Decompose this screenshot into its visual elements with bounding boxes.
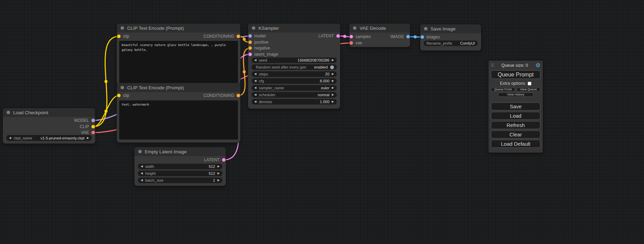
node-clip-text-encode-negative[interactable]: CLIP Text Encode (Prompt) clip CONDITION… [117, 83, 240, 143]
load-default-button[interactable]: Load Default [491, 140, 540, 148]
arrow-left-icon[interactable]: ◀ [254, 59, 256, 62]
arrow-right-icon[interactable]: ▶ [332, 73, 334, 75]
load-button[interactable]: Load [491, 112, 540, 120]
input-port-latent-image[interactable]: latent_image [248, 52, 278, 57]
latent-port-dot[interactable] [350, 35, 353, 38]
node-title-bar[interactable]: VAE Decode [349, 24, 410, 33]
input-port-positive[interactable]: positive [248, 40, 268, 45]
arrow-left-icon[interactable]: ◀ [254, 80, 256, 82]
node-title-bar[interactable]: KSampler [248, 24, 340, 33]
node-title-bar[interactable]: Load Checkpoint [3, 108, 95, 117]
output-port-conditioning[interactable]: CONDITIONING [203, 93, 240, 98]
sampler-name-widget[interactable]: ◀ sampler_name euler ▶ [252, 85, 337, 91]
arrow-right-icon[interactable]: ▶ [332, 80, 334, 82]
input-port-vae[interactable]: vae [350, 40, 362, 45]
arrow-left-icon[interactable]: ◀ [254, 100, 256, 103]
node-clip-text-encode-positive[interactable]: CLIP Text Encode (Prompt) clip CONDITION… [117, 24, 240, 86]
input-port-clip[interactable]: clip [117, 93, 129, 98]
batch-size-widget[interactable]: ◀ batch_size 1 ▶ [138, 178, 222, 183]
input-port-negative[interactable]: negative [248, 46, 270, 51]
arrow-right-icon[interactable]: ▶ [218, 165, 220, 168]
conditioning-port-dot[interactable] [237, 94, 240, 97]
node-title-bar[interactable]: CLIP Text Encode (Prompt) [117, 83, 240, 92]
height-widget[interactable]: ◀ height 512 ▶ [138, 171, 222, 176]
view-history-button[interactable]: View History [498, 92, 533, 97]
random-seed-toggle-widget[interactable]: Random seed after every gen enabled [252, 64, 337, 70]
denoise-widget[interactable]: ◀ denoise 1.000 ▶ [252, 99, 337, 105]
steps-widget[interactable]: ◀ steps 20 ▶ [252, 71, 337, 77]
conditioning-port-dot[interactable] [248, 46, 252, 50]
widget-value: 512 [209, 171, 215, 175]
node-vae-decode[interactable]: VAE Decode samples vae IMAGE [349, 24, 410, 47]
arrow-right-icon[interactable]: ▶ [218, 172, 220, 175]
image-port-dot[interactable] [406, 35, 410, 38]
arrow-left-icon[interactable]: ◀ [141, 165, 143, 168]
node-title: Empty Latent Image [145, 149, 187, 154]
output-port-latent[interactable]: LATENT [204, 157, 226, 162]
output-port-model[interactable]: MODEL [74, 118, 95, 123]
model-port-dot[interactable] [91, 119, 95, 122]
conditioning-port-dot[interactable] [248, 40, 252, 44]
vae-port-dot[interactable] [91, 131, 95, 134]
ckpt-name-widget[interactable]: ◀ ckpt_name v1-5-pruned-emaonly.ckpt ▶ [6, 135, 92, 141]
cfg-widget[interactable]: ◀ cfg 8.000 ▶ [252, 78, 337, 84]
clip-port-dot[interactable] [91, 125, 95, 128]
node-title-bar[interactable]: Save Image [420, 24, 481, 33]
node-save-image[interactable]: Save Image images filename_prefix ComfyU… [420, 24, 481, 51]
arrow-left-icon[interactable]: ◀ [9, 137, 11, 139]
arrow-left-icon[interactable]: ◀ [254, 87, 256, 89]
output-port-conditioning[interactable]: CONDITIONING [203, 34, 240, 39]
widget-value: enabled [314, 65, 328, 69]
arrow-right-icon[interactable]: ▶ [332, 100, 334, 103]
output-port-vae[interactable]: VAE [81, 130, 95, 135]
arrow-left-icon[interactable]: ◀ [254, 93, 256, 96]
conditioning-port-dot[interactable] [237, 35, 240, 38]
output-port-latent[interactable]: LATENT [318, 34, 340, 38]
filename-prefix-widget[interactable]: filename_prefix ComfyUI [424, 40, 478, 46]
node-title-bar[interactable]: CLIP Text Encode (Prompt) [117, 24, 240, 33]
node-title-bar[interactable]: Empty Latent Image [134, 147, 226, 156]
arrow-right-icon[interactable]: ▶ [332, 59, 334, 62]
scheduler-widget[interactable]: ◀ scheduler normal ▶ [252, 92, 337, 98]
node-empty-latent-image[interactable]: Empty Latent Image LATENT ◀ width 512 ▶ … [134, 147, 226, 186]
extra-options-checkbox[interactable] [528, 82, 531, 85]
output-port-image[interactable]: IMAGE [390, 34, 410, 39]
input-port-images[interactable]: images [421, 35, 440, 39]
widget-label: ckpt_name [14, 136, 32, 140]
panel-drag-handle-icon[interactable]: ⠿ [491, 63, 494, 68]
latent-port-dot[interactable] [336, 34, 340, 38]
arrow-left-icon[interactable]: ◀ [141, 172, 143, 175]
latent-port-dot[interactable] [248, 53, 252, 56]
node-load-checkpoint[interactable]: Load Checkpoint MODEL CLIP VAE ◀ ckpt_na… [3, 108, 95, 144]
graph-canvas[interactable]: Load Checkpoint MODEL CLIP VAE ◀ ckpt_na… [0, 0, 644, 244]
latent-port-dot[interactable] [222, 158, 226, 162]
arrow-right-icon[interactable]: ▶ [332, 87, 334, 89]
image-port-dot[interactable] [421, 35, 424, 39]
arrow-right-icon[interactable]: ▶ [332, 93, 334, 96]
queue-front-button[interactable]: Queue Front [491, 87, 515, 92]
arrow-right-icon[interactable]: ▶ [218, 179, 220, 182]
positive-prompt-textarea[interactable]: beautiful scenery nature glass bottle la… [119, 41, 238, 83]
vae-port-dot[interactable] [350, 41, 353, 45]
settings-gear-icon[interactable]: ⚙ [536, 63, 540, 68]
negative-prompt-textarea[interactable]: text, watermark [119, 100, 238, 139]
node-ksampler[interactable]: KSampler model positive negative latent_… [248, 24, 340, 109]
input-port-model[interactable]: model [248, 34, 266, 38]
clip-port-dot[interactable] [117, 94, 121, 97]
queue-prompt-button[interactable]: Queue Prompt [491, 70, 540, 79]
arrow-left-icon[interactable]: ◀ [141, 179, 143, 182]
input-port-clip[interactable]: clip [117, 34, 129, 39]
seed-widget[interactable]: ◀ seed 156680208700286 ▶ [252, 57, 337, 63]
toggle-knob[interactable] [330, 65, 334, 69]
output-port-clip[interactable]: CLIP [80, 124, 95, 129]
refresh-button[interactable]: Refresh [491, 121, 540, 129]
model-port-dot[interactable] [248, 34, 252, 38]
arrow-right-icon[interactable]: ▶ [87, 137, 89, 139]
clear-button[interactable]: Clear [491, 130, 540, 138]
arrow-left-icon[interactable]: ◀ [254, 73, 256, 75]
save-button[interactable]: Save [491, 102, 540, 110]
view-queue-button[interactable]: View Queue [517, 87, 541, 92]
input-port-samples[interactable]: samples [350, 34, 371, 39]
width-widget[interactable]: ◀ width 512 ▶ [138, 164, 222, 169]
clip-port-dot[interactable] [117, 35, 121, 38]
